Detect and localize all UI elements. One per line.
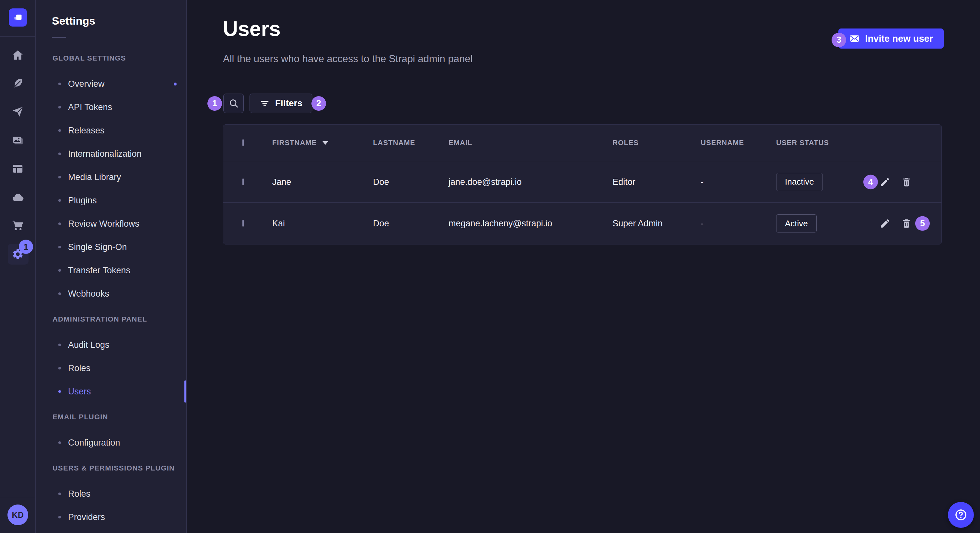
annotation-badge-5: 5: [915, 216, 930, 231]
user-avatar[interactable]: KD: [8, 504, 28, 525]
pencil-icon: [880, 218, 891, 229]
cloud-icon[interactable]: [11, 191, 24, 204]
sidebar-item-transfer-tokens[interactable]: Transfer Tokens: [36, 259, 186, 282]
search-button[interactable]: [223, 94, 244, 113]
sidebar-item-overview[interactable]: Overview: [36, 72, 186, 95]
strapi-logo-glyph: [12, 12, 23, 23]
bullet-icon: [58, 390, 61, 393]
column-header-username[interactable]: USERNAME: [701, 139, 744, 147]
table-row-kai[interactable]: Kai Doe megane.lacheny@strapi.io Super A…: [223, 203, 942, 244]
column-header-roles[interactable]: ROLES: [612, 139, 639, 147]
cell-roles: Editor: [612, 177, 635, 187]
edit-user-button[interactable]: [878, 216, 892, 230]
sidebar-title: Settings: [36, 0, 186, 27]
delete-user-button[interactable]: [899, 216, 913, 230]
question-mark-circle-icon: [954, 508, 968, 522]
layout-icon[interactable]: [11, 162, 24, 175]
settings-sidebar: Settings GLOBAL SETTINGS Overview API To…: [36, 0, 187, 533]
sidebar-item-label: Users: [68, 387, 91, 397]
row-checkbox[interactable]: [242, 178, 244, 185]
select-all-checkbox[interactable]: [242, 139, 244, 146]
annotation-badge-1: 1: [207, 96, 222, 111]
section-label-users-permissions-plugin: USERS & PERMISSIONS PLUGIN: [52, 464, 186, 473]
filters-button[interactable]: Filters: [250, 94, 312, 113]
sidebar-item-label: Overview: [68, 79, 105, 89]
delete-user-button[interactable]: [899, 175, 913, 189]
invite-new-user-button[interactable]: Invite new user: [838, 29, 944, 49]
sidebar-item-label: Single Sign-On: [68, 242, 127, 252]
section-label-email-plugin: EMAIL PLUGIN: [52, 413, 186, 421]
home-icon[interactable]: [11, 49, 24, 62]
sidebar-item-plugins[interactable]: Plugins: [36, 189, 186, 212]
cell-firstname: Kai: [272, 219, 285, 228]
sidebar-item-users[interactable]: Users: [36, 380, 186, 403]
sidebar-item-admin-roles[interactable]: Roles: [36, 357, 186, 380]
bullet-icon: [58, 441, 61, 444]
bullet-icon: [58, 176, 61, 178]
sidebar-item-label: Roles: [68, 363, 91, 373]
section-label-administration-panel: ADMINISTRATION PANEL: [52, 315, 186, 324]
bullet-icon: [58, 246, 61, 248]
annotation-badge-4: 4: [863, 174, 878, 189]
sidebar-item-single-sign-on[interactable]: Single Sign-On: [36, 235, 186, 259]
bullet-icon: [58, 493, 61, 495]
table-row-jane[interactable]: Jane Doe jane.doe@strapi.io Editor - Ina…: [223, 161, 942, 203]
sidebar-item-up-roles[interactable]: Roles: [36, 482, 186, 506]
sidebar-item-configuration[interactable]: Configuration: [36, 431, 186, 454]
status-badge: Inactive: [776, 173, 823, 191]
sidebar-item-label: Internationalization: [68, 149, 142, 159]
sidebar-item-label: Providers: [68, 512, 105, 522]
annotation-badge-3: 3: [832, 33, 846, 47]
cell-email: jane.doe@strapi.io: [449, 177, 522, 187]
section-label-global-settings: GLOBAL SETTINGS: [52, 54, 186, 62]
trash-icon: [901, 218, 912, 229]
sidebar-item-label: API Tokens: [68, 102, 112, 113]
strapi-admin-app: 1 KD Settings GLOBAL SETTINGS Overview A…: [0, 0, 980, 533]
sidebar-item-label: Webhooks: [68, 289, 109, 299]
cart-icon[interactable]: [11, 219, 24, 232]
table-toolbar: Filters: [223, 94, 312, 113]
invite-button-label: Invite new user: [865, 33, 933, 44]
sidebar-item-review-workflows[interactable]: Review Workflows: [36, 212, 186, 235]
sidebar-item-label: Configuration: [68, 438, 120, 448]
send-icon[interactable]: [11, 105, 24, 118]
filters-button-label: Filters: [275, 98, 302, 108]
sidebar-item-label: Plugins: [68, 195, 97, 206]
sidebar-item-label: Transfer Tokens: [68, 265, 130, 276]
notification-dot: [174, 82, 177, 86]
sidebar-item-audit-logs[interactable]: Audit Logs: [36, 333, 186, 357]
table-header-row: FIRSTNAME LASTNAME EMAIL ROLES USERNAME …: [223, 125, 942, 161]
cell-lastname: Doe: [373, 219, 389, 228]
row-checkbox[interactable]: [242, 220, 244, 227]
sidebar-item-api-tokens[interactable]: API Tokens: [36, 95, 186, 119]
cell-lastname: Doe: [373, 177, 389, 187]
media-library-icon[interactable]: [11, 134, 24, 147]
cell-email: megane.lacheny@strapi.io: [449, 219, 552, 228]
edit-user-button[interactable]: [878, 175, 892, 189]
column-header-firstname[interactable]: FIRSTNAME: [272, 139, 328, 147]
sidebar-item-webhooks[interactable]: Webhooks: [36, 282, 186, 305]
annotation-badge-2: 2: [312, 96, 326, 111]
sidebar-item-providers[interactable]: Providers: [36, 506, 186, 529]
strapi-logo[interactable]: [9, 8, 27, 27]
help-button[interactable]: [948, 502, 974, 528]
cell-roles: Super Admin: [612, 219, 663, 228]
column-header-email[interactable]: EMAIL: [449, 139, 472, 147]
column-header-lastname[interactable]: LASTNAME: [373, 139, 415, 147]
sidebar-item-internationalization[interactable]: Internationalization: [36, 142, 186, 165]
bullet-icon: [58, 152, 61, 155]
sidebar-item-releases[interactable]: Releases: [36, 119, 186, 142]
bullet-icon: [58, 106, 61, 108]
bullet-icon: [58, 344, 61, 346]
trash-icon: [901, 176, 912, 187]
sidebar-item-label: Roles: [68, 489, 91, 499]
sidebar-item-label: Media Library: [68, 172, 121, 182]
bullet-icon: [58, 129, 61, 132]
column-header-user-status[interactable]: USER STATUS: [776, 139, 829, 147]
bullet-icon: [58, 367, 61, 370]
main-content: Users All the users who have access to t…: [187, 0, 980, 533]
active-indicator: [185, 381, 187, 403]
cell-firstname: Jane: [272, 177, 291, 187]
feather-icon[interactable]: [11, 77, 24, 90]
sidebar-item-media-library[interactable]: Media Library: [36, 165, 186, 189]
